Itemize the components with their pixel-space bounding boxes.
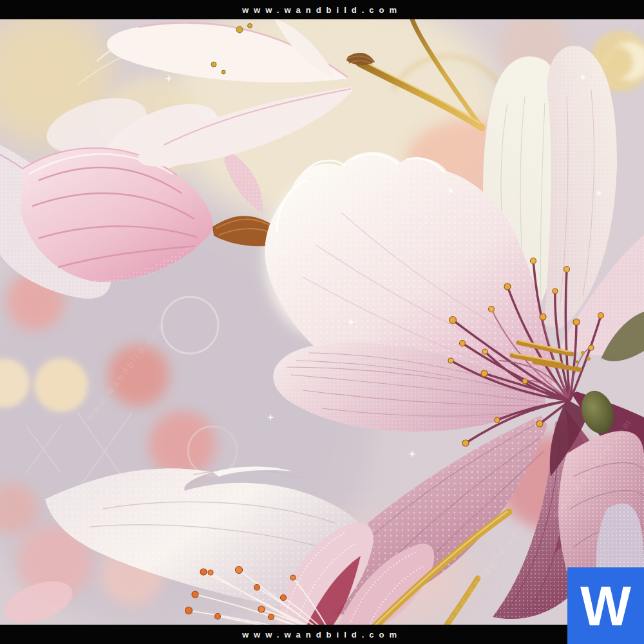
flower-artwork: www.wandbild.com www.wandbild.com www.wa… — [0, 0, 644, 644]
product-image: www.wandbild.com www.wandbild.com www.wa… — [0, 0, 644, 644]
bottom-domain-text: www.wandbild.com — [242, 630, 402, 639]
top-domain-text: www.wandbild.com — [242, 5, 402, 15]
wandbild-logo: W — [567, 567, 644, 644]
bottom-domain-bar: www.wandbild.com — [0, 625, 644, 644]
top-domain-bar: www.wandbild.com — [0, 0, 644, 19]
wandbild-logo-letter: W — [580, 578, 631, 634]
